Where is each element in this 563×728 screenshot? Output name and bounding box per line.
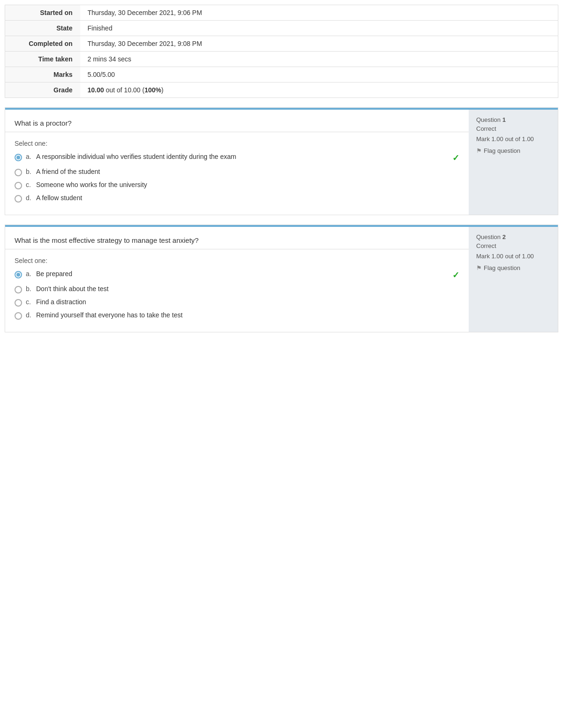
select-one-label-1: Select one: — [15, 140, 459, 147]
option-text-2-2: Find a distraction — [36, 298, 459, 306]
select-one-label-2: Select one: — [15, 257, 459, 264]
option-row-2-2: c.Find a distraction — [15, 298, 459, 307]
option-text-1-3: A fellow student — [36, 194, 459, 202]
summary-value: 5.00/5.00 — [80, 67, 558, 83]
option-radio-2-1[interactable] — [15, 286, 22, 293]
option-row-1-2: c.Someone who works for the university — [15, 181, 459, 189]
summary-value: Thursday, 30 December 2021, 9:08 PM — [80, 36, 558, 52]
summary-label: Grade — [5, 83, 80, 98]
option-radio-1-1[interactable] — [15, 169, 22, 176]
option-radio-2-0[interactable] — [15, 271, 22, 278]
summary-value: Thursday, 30 December 2021, 9:06 PM — [80, 5, 558, 21]
option-row-1-1: b.A friend of the student — [15, 168, 459, 176]
option-letter-2-0: a. — [26, 270, 33, 278]
option-text-1-1: A friend of the student — [36, 168, 459, 175]
option-text-1-2: Someone who works for the university — [36, 181, 459, 188]
answer-area-1: Select one:a.A responsible individual wh… — [5, 132, 469, 215]
question-block-1: What is a proctor?Select one:a.A respons… — [5, 107, 558, 215]
option-text-2-0: Be prepared — [36, 270, 448, 278]
answer-area-2: Select one:a.Be prepared✓b.Don't think a… — [5, 249, 469, 332]
option-row-2-3: d.Remind yourself that everyone has to t… — [15, 311, 459, 320]
option-letter-1-1: b. — [26, 168, 33, 175]
question-text-area-2: What is the most effective strategy to m… — [5, 227, 469, 249]
question-text-area-1: What is a proctor? — [5, 110, 469, 132]
option-radio-1-2[interactable] — [15, 182, 22, 189]
question-block-2: What is the most effective strategy to m… — [5, 225, 558, 332]
summary-label: Time taken — [5, 52, 80, 67]
question-status-1: Correct — [476, 125, 550, 132]
question-sidebar-1: Question 1CorrectMark 1.00 out of 1.00⚑F… — [469, 108, 558, 215]
check-mark-2-0: ✓ — [452, 270, 459, 280]
option-radio-2-2[interactable] — [15, 299, 22, 307]
option-text-2-3: Remind yourself that everyone has to tak… — [36, 311, 459, 319]
option-row-1-3: d.A fellow student — [15, 194, 459, 203]
summary-label: Completed on — [5, 36, 80, 52]
check-mark-1-0: ✓ — [452, 153, 459, 163]
option-radio-1-0[interactable] — [15, 154, 22, 161]
option-row-2-1: b.Don't think about the test — [15, 285, 459, 293]
question-main-1: What is a proctor?Select one:a.A respons… — [5, 108, 469, 215]
option-row-1-0: a.A responsible individual who verifies … — [15, 153, 459, 163]
question-label-1: Question 1 — [476, 116, 550, 123]
flag-question-2[interactable]: ⚑Flag question — [476, 264, 550, 271]
flag-icon-1: ⚑ — [476, 147, 482, 154]
option-letter-1-2: c. — [26, 181, 33, 188]
question-sidebar-2: Question 2CorrectMark 1.00 out of 1.00⚑F… — [469, 225, 558, 332]
summary-label: State — [5, 21, 80, 36]
summary-table: Started onThursday, 30 December 2021, 9:… — [5, 5, 558, 98]
option-letter-1-0: a. — [26, 153, 33, 160]
question-main-2: What is the most effective strategy to m… — [5, 225, 469, 332]
summary-value: 10.00 out of 10.00 (100%) — [80, 83, 558, 98]
flag-label-2: Flag question — [484, 264, 520, 271]
option-letter-2-2: c. — [26, 298, 33, 306]
option-letter-2-1: b. — [26, 285, 33, 293]
question-mark-1: Mark 1.00 out of 1.00 — [476, 135, 550, 143]
flag-label-1: Flag question — [484, 147, 520, 154]
option-row-2-0: a.Be prepared✓ — [15, 270, 459, 280]
summary-label: Marks — [5, 67, 80, 83]
flag-question-1[interactable]: ⚑Flag question — [476, 147, 550, 154]
option-letter-1-3: d. — [26, 194, 33, 202]
option-letter-2-3: d. — [26, 311, 33, 319]
question-text-2: What is the most effective strategy to m… — [15, 236, 459, 244]
summary-label: Started on — [5, 5, 80, 21]
option-text-1-0: A responsible individual who verifies st… — [36, 153, 448, 160]
option-radio-1-3[interactable] — [15, 195, 22, 203]
question-label-2: Question 2 — [476, 233, 550, 240]
questions-container: What is a proctor?Select one:a.A respons… — [5, 107, 558, 332]
question-status-2: Correct — [476, 242, 550, 249]
page-wrapper: Started onThursday, 30 December 2021, 9:… — [0, 0, 563, 346]
option-text-2-1: Don't think about the test — [36, 285, 459, 293]
question-text-1: What is a proctor? — [15, 119, 459, 127]
question-mark-2: Mark 1.00 out of 1.00 — [476, 252, 550, 261]
summary-value: 2 mins 34 secs — [80, 52, 558, 67]
option-radio-2-3[interactable] — [15, 312, 22, 320]
summary-value: Finished — [80, 21, 558, 36]
flag-icon-2: ⚑ — [476, 264, 482, 271]
